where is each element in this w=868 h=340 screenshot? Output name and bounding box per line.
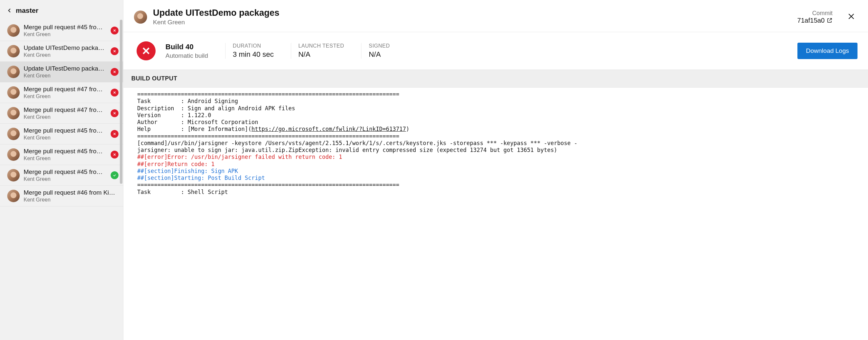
- launch-value: N/A: [299, 50, 344, 59]
- commit-item-author: Kent Green: [24, 176, 107, 182]
- commit-label: Commit: [798, 10, 833, 17]
- signed-label: SIGNED: [369, 43, 390, 49]
- commit-item[interactable]: Merge pull request #45 from Kin…Kent Gre…: [0, 165, 123, 186]
- commit-item[interactable]: Merge pull request #47 from Kin…Kent Gre…: [0, 103, 123, 124]
- avatar: [7, 86, 20, 99]
- commit-list: Merge pull request #45 from Kin…Kent Gre…: [0, 20, 123, 340]
- close-icon: [847, 12, 856, 21]
- header-title-block: Update UITestDemo packages Kent Green: [153, 8, 792, 26]
- status-fail-icon: [111, 47, 119, 55]
- avatar: [7, 45, 20, 57]
- commit-text: Merge pull request #47 from Kin…Kent Gre…: [24, 86, 107, 99]
- commit-item-title: Merge pull request #45 from Kin…: [24, 127, 107, 134]
- launch-label: LAUNCH TESTED: [299, 43, 344, 49]
- summary-launch-tested: LAUNCH TESTED N/A: [291, 43, 351, 59]
- branch-name: master: [16, 6, 38, 14]
- commit-item-title: Merge pull request #45 from Kin…: [24, 168, 107, 176]
- duration-label: DURATION: [233, 43, 274, 49]
- status-fail-icon: [111, 89, 119, 96]
- commit-item-title: Merge pull request #46 from Kin…: [24, 189, 119, 196]
- summary-signed: SIGNED N/A: [361, 43, 397, 59]
- commit-item-author: Kent Green: [24, 197, 119, 203]
- avatar: [7, 190, 20, 202]
- commit-item[interactable]: Update UITestDemo packagesKent Green: [0, 41, 123, 62]
- commit-item-title: Update UITestDemo packages: [24, 65, 107, 72]
- commit-item-author: Kent Green: [24, 73, 107, 79]
- commit-item-title: Merge pull request #47 from Kin…: [24, 106, 107, 114]
- build-number: Build 40: [165, 43, 208, 51]
- summary-duration: DURATION 3 min 40 sec: [225, 43, 281, 59]
- commit-item[interactable]: Merge pull request #45 from Kin…Kent Gre…: [0, 145, 123, 165]
- help-link[interactable]: https://go.microsoft.com/fwlink/?LinkID=…: [251, 126, 406, 132]
- commit-item-title: Merge pull request #45 from Kin…: [24, 148, 107, 155]
- commit-item[interactable]: Merge pull request #45 from Kin…Kent Gre…: [0, 20, 123, 41]
- commit-info: Commit 71af15a0: [798, 10, 833, 24]
- commit-item[interactable]: Update UITestDemo packagesKent Green: [0, 62, 123, 82]
- chevron-left-icon: [6, 7, 12, 13]
- commit-item-title: Merge pull request #45 from Kin…: [24, 24, 107, 31]
- build-header: Update UITestDemo packages Kent Green Co…: [123, 0, 868, 32]
- build-output[interactable]: ========================================…: [123, 88, 868, 199]
- commit-text: Merge pull request #45 from Kin…Kent Gre…: [24, 24, 107, 37]
- status-fail-icon: [111, 109, 119, 117]
- avatar: [134, 10, 147, 24]
- status-fail-icon: [111, 130, 119, 138]
- summary-build: Build 40 Automatic build: [165, 43, 215, 59]
- commit-item-title: Update UITestDemo packages: [24, 44, 107, 52]
- commit-text: Merge pull request #47 from Kin…Kent Gre…: [24, 106, 107, 120]
- scrollbar[interactable]: [120, 20, 122, 184]
- commit-item-author: Kent Green: [24, 52, 107, 58]
- commit-item-author: Kent Green: [24, 94, 107, 99]
- status-pass-icon: [111, 171, 119, 179]
- status-fail-icon: [111, 27, 119, 34]
- commit-item-title: Merge pull request #47 from Kin…: [24, 86, 107, 93]
- status-fail-icon: [111, 151, 119, 158]
- close-button[interactable]: [845, 10, 858, 24]
- commit-text: Update UITestDemo packagesKent Green: [24, 65, 107, 79]
- fail-icon: [141, 46, 151, 56]
- commit-item-author: Kent Green: [24, 114, 107, 120]
- commit-item-author: Kent Green: [24, 31, 107, 37]
- commit-item[interactable]: Merge pull request #45 from Kin…Kent Gre…: [0, 124, 123, 145]
- build-status-badge: [136, 41, 156, 60]
- commit-title: Update UITestDemo packages: [153, 8, 792, 18]
- avatar: [7, 107, 20, 120]
- commit-text: Update UITestDemo packagesKent Green: [24, 44, 107, 58]
- avatar: [7, 24, 20, 37]
- main-pane: Update UITestDemo packages Kent Green Co…: [123, 0, 868, 340]
- commit-hash-link[interactable]: 71af15a0: [798, 17, 833, 24]
- commit-item-author: Kent Green: [24, 156, 107, 161]
- commit-item[interactable]: Merge pull request #46 from Kin…Kent Gre…: [0, 186, 123, 207]
- avatar: [7, 169, 20, 182]
- commit-text: Merge pull request #46 from Kin…Kent Gre…: [24, 189, 119, 203]
- commit-item[interactable]: Merge pull request #47 from Kin…Kent Gre…: [0, 82, 123, 103]
- commit-text: Merge pull request #45 from Kin…Kent Gre…: [24, 148, 107, 161]
- duration-value: 3 min 40 sec: [233, 50, 274, 59]
- commit-author: Kent Green: [153, 19, 792, 26]
- signed-value: N/A: [369, 50, 390, 59]
- commit-item-author: Kent Green: [24, 135, 107, 141]
- build-type: Automatic build: [165, 52, 208, 59]
- avatar: [7, 128, 20, 140]
- avatar: [7, 66, 20, 78]
- download-logs-button[interactable]: Download Logs: [798, 43, 858, 59]
- build-summary: Build 40 Automatic build DURATION 3 min …: [123, 32, 868, 69]
- commit-hash-text: 71af15a0: [798, 17, 825, 24]
- commit-text: Merge pull request #45 from Kin…Kent Gre…: [24, 127, 107, 141]
- external-link-icon: [827, 18, 833, 23]
- commit-text: Merge pull request #45 from Kin…Kent Gre…: [24, 168, 107, 182]
- sidebar: master Merge pull request #45 from Kin…K…: [0, 0, 123, 340]
- branch-back-button[interactable]: master: [0, 0, 123, 20]
- avatar: [7, 148, 20, 161]
- build-output-header: BUILD OUTPUT: [123, 69, 868, 88]
- status-fail-icon: [111, 68, 119, 76]
